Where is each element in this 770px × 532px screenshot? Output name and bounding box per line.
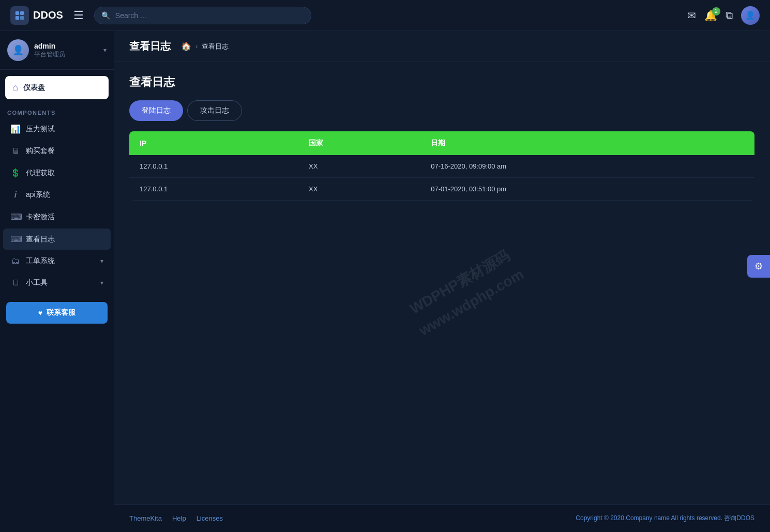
- cell-date: 07-01-2020, 03:51:00 pm: [420, 178, 754, 201]
- hamburger-button[interactable]: ☰: [73, 9, 84, 22]
- col-country: 国家: [298, 131, 420, 155]
- sidebar-item-api-system[interactable]: i api系统: [3, 185, 111, 205]
- navbar: DDOS ☰ 🔍 ✉ 🔔 2 ⧉ 👤: [0, 0, 770, 31]
- search-icon: 🔍: [101, 11, 110, 20]
- heart-icon: ♥: [38, 309, 42, 317]
- page-header-bar: 查看日志 🏠 › 查看日志: [114, 31, 770, 62]
- tab-attack-log[interactable]: 攻击日志: [187, 100, 242, 121]
- contact-button[interactable]: ♥ 联系客服: [6, 302, 108, 324]
- footer-links: ThemeKita Help Licenses: [129, 514, 223, 522]
- home-icon: ⌂: [12, 82, 18, 93]
- user-details: admin 平台管理员: [34, 42, 98, 59]
- sidebar-label-pressure: 压力测试: [26, 125, 103, 134]
- breadcrumb: 🏠 › 查看日志: [181, 41, 229, 51]
- cart-icon: 🖥: [10, 146, 21, 156]
- brand-icon: [10, 6, 29, 25]
- tab-login-log[interactable]: 登陆日志: [129, 100, 183, 121]
- mail-icon: ✉: [687, 10, 696, 21]
- col-ip: IP: [129, 131, 298, 155]
- footer-link-themekita[interactable]: ThemeKita: [129, 514, 162, 522]
- dollar-icon: 💲: [10, 168, 21, 178]
- layers-icon: ⧉: [726, 9, 733, 21]
- gear-icon: ⚙: [754, 261, 763, 272]
- contact-label: 联系客服: [47, 308, 76, 317]
- sidebar-item-ticket-system[interactable]: 🗂 工单系统 ▾: [3, 251, 111, 271]
- main-content: 查看日志 🏠 › 查看日志 查看日志 登陆日志 攻击日志 IP 国家 日期: [114, 31, 770, 532]
- sidebar-label-ticket: 工单系统: [26, 256, 95, 266]
- cell-ip: 127.0.0.1: [129, 155, 298, 178]
- tab-buttons: 登陆日志 攻击日志: [129, 100, 754, 121]
- user-info[interactable]: 👤 admin 平台管理员 ▾: [0, 31, 114, 70]
- sidebar-item-tools[interactable]: 🖥 小工具 ▾: [3, 272, 111, 293]
- brand-text: DDOS: [33, 9, 63, 21]
- breadcrumb-arrow: ›: [195, 42, 198, 50]
- table-row: 127.0.0.1 XX 07-01-2020, 03:51:00 pm: [129, 178, 754, 201]
- sidebar-label-tools: 小工具: [26, 278, 95, 287]
- sidebar-item-pressure-test[interactable]: 📊 压力测试: [3, 118, 111, 140]
- breadcrumb-home-icon[interactable]: 🏠: [181, 41, 191, 51]
- footer-link-licenses[interactable]: Licenses: [197, 514, 223, 522]
- api-icon: i: [10, 190, 21, 200]
- notification-badge: 2: [712, 7, 720, 16]
- sidebar-item-proxy-get[interactable]: 💲 代理获取: [3, 162, 111, 184]
- search-input[interactable]: [94, 7, 311, 24]
- sidebar-label-buy: 购买套餐: [26, 146, 103, 156]
- cell-country: XX: [298, 178, 420, 201]
- avatar[interactable]: 👤: [741, 6, 760, 25]
- svg-rect-1: [20, 11, 24, 14]
- search-bar: 🔍: [94, 7, 311, 24]
- svg-rect-3: [20, 16, 24, 19]
- log-table: IP 国家 日期 127.0.0.1 XX 07-16-2020, 09:09:…: [129, 131, 754, 201]
- navbar-right: ✉ 🔔 2 ⧉ 👤: [687, 6, 760, 25]
- notification-button[interactable]: 🔔 2: [704, 9, 717, 22]
- user-avatar: 👤: [7, 39, 29, 61]
- footer: ThemeKita Help Licenses Copyright © 2020…: [114, 504, 770, 532]
- layers-button[interactable]: ⧉: [726, 9, 733, 21]
- brand-logo: DDOS: [10, 6, 63, 25]
- svg-rect-0: [16, 11, 19, 14]
- chevron-down-icon: ▾: [103, 47, 107, 54]
- keyboard-icon: ⌨: [10, 212, 21, 222]
- tools-icon: 🖥: [10, 278, 21, 287]
- cell-date: 07-16-2020, 09:09:00 am: [420, 155, 754, 178]
- user-role: 平台管理员: [34, 50, 98, 59]
- sidebar: 👤 admin 平台管理员 ▾ ⌂ 仪表盘 COMPONENTS 📊 压力测试 …: [0, 31, 114, 532]
- watermark: WDPHP素材源码www.wdphp.com: [403, 243, 528, 342]
- footer-link-help[interactable]: Help: [172, 514, 186, 522]
- sidebar-item-view-logs[interactable]: ⌨ 查看日志: [3, 229, 111, 250]
- sidebar-item-buy-package[interactable]: 🖥 购买套餐: [3, 141, 111, 161]
- page-header-title: 查看日志: [129, 39, 171, 53]
- avatar-icon: 👤: [745, 10, 756, 20]
- footer-brand-link[interactable]: 咨询DDOS: [724, 514, 754, 522]
- sidebar-label-api: api系统: [26, 190, 103, 200]
- col-date: 日期: [420, 131, 754, 155]
- sidebar-label-card: 卡密激活: [26, 212, 103, 222]
- ticket-icon: 🗂: [10, 256, 21, 266]
- cell-ip: 127.0.0.1: [129, 178, 298, 201]
- layout: 👤 admin 平台管理员 ▾ ⌂ 仪表盘 COMPONENTS 📊 压力测试 …: [0, 31, 770, 532]
- table-header-row: IP 国家 日期: [129, 131, 754, 155]
- footer-copyright: Copyright © 2020.Company name All rights…: [576, 514, 754, 523]
- chevron-right-icon-tools: ▾: [100, 279, 103, 286]
- log-icon: ⌨: [10, 234, 21, 244]
- user-name: admin: [34, 42, 98, 50]
- mail-button[interactable]: ✉: [687, 9, 696, 22]
- sidebar-label-proxy: 代理获取: [26, 169, 103, 178]
- chevron-right-icon: ▾: [100, 257, 103, 265]
- user-avatar-icon: 👤: [12, 44, 24, 56]
- sidebar-item-card-activate[interactable]: ⌨ 卡密激活: [3, 206, 111, 227]
- sidebar-label-logs: 查看日志: [26, 235, 103, 244]
- content-title: 查看日志: [129, 74, 754, 90]
- table-row: 127.0.0.1 XX 07-16-2020, 09:09:00 am: [129, 155, 754, 178]
- dashboard-label: 仪表盘: [23, 83, 45, 93]
- svg-rect-2: [16, 16, 19, 19]
- copyright-text: Copyright © 2020.Company name All rights…: [576, 514, 722, 522]
- content-area: 查看日志 登陆日志 攻击日志 IP 国家 日期 127.0.0.1 XX 07-…: [114, 62, 770, 504]
- components-section-label: COMPONENTS: [0, 105, 114, 118]
- barchart-icon: 📊: [10, 124, 21, 134]
- breadcrumb-current: 查看日志: [202, 42, 229, 51]
- settings-float-button[interactable]: ⚙: [747, 255, 770, 278]
- sidebar-item-dashboard[interactable]: ⌂ 仪表盘: [5, 76, 109, 99]
- cell-country: XX: [298, 155, 420, 178]
